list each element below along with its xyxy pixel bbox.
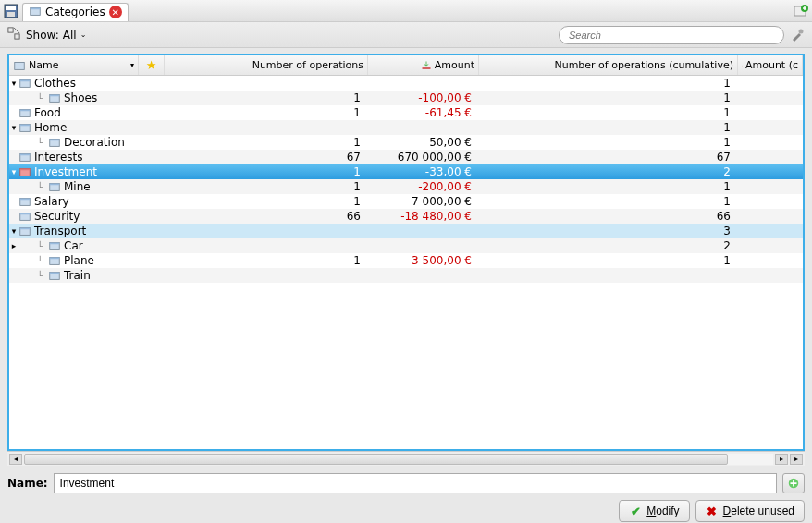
- svg-point-9: [799, 29, 804, 33]
- svg-rect-10: [15, 62, 25, 69]
- svg-rect-20: [20, 125, 31, 127]
- add-tab-icon[interactable]: [794, 4, 808, 18]
- category-name: Food: [34, 106, 61, 119]
- scroll-left-icon[interactable]: ◂: [9, 454, 22, 465]
- category-name: Train: [64, 269, 91, 282]
- wrench-icon[interactable]: [790, 28, 805, 43]
- table-row[interactable]: Interests67670 000,00 €67: [9, 150, 803, 164]
- star-icon: ★: [146, 58, 157, 72]
- chevron-down-icon: ▾: [130, 61, 134, 69]
- show-label-text: Show:: [26, 29, 59, 42]
- category-icon: [18, 106, 31, 119]
- scroll-thumb[interactable]: [24, 454, 728, 465]
- collapse-icon[interactable]: ▾: [9, 123, 18, 132]
- svg-rect-18: [20, 110, 31, 112]
- save-icon[interactable]: [4, 4, 18, 18]
- category-icon: [18, 210, 31, 223]
- svg-rect-7: [8, 28, 13, 32]
- svg-rect-38: [50, 258, 60, 260]
- delete-unused-button[interactable]: ✖ Delete unused: [695, 500, 805, 522]
- table-row[interactable]: Security66-18 480,00 €66: [9, 209, 803, 224]
- name-cell: └Shoes: [9, 91, 139, 104]
- svg-rect-14: [20, 80, 31, 82]
- column-header-operations-cumulative[interactable]: Number of operations (cumulative): [479, 55, 738, 75]
- chevron-down-icon: ⌄: [80, 30, 87, 39]
- category-icon: [48, 239, 61, 252]
- category-icon: [18, 121, 31, 134]
- tree-connector: └: [31, 256, 48, 266]
- table-row[interactable]: └Mine1-200,00 €1: [9, 179, 803, 194]
- operations-cumulative-cell: 1: [479, 106, 738, 119]
- table-row[interactable]: ▾Investment1-33,00 €2: [9, 164, 803, 179]
- collapse-icon[interactable]: ▾: [9, 226, 18, 236]
- category-name: Security: [34, 210, 80, 223]
- name-input[interactable]: [54, 473, 777, 493]
- tab-categories[interactable]: Categories ✕: [22, 3, 129, 21]
- expand-collapse-icon[interactable]: [7, 27, 20, 43]
- amount-cell: 7 000,00 €: [368, 195, 479, 208]
- name-cell: ▾Clothes: [9, 77, 139, 90]
- category-icon: [48, 180, 61, 193]
- svg-rect-30: [20, 199, 31, 201]
- column-header-name[interactable]: Name ▾: [9, 55, 139, 75]
- table-row[interactable]: └Shoes1-100,00 €1: [9, 91, 803, 105]
- operations-cell: 67: [165, 151, 368, 164]
- scroll-right-icon[interactable]: ▸: [775, 454, 788, 465]
- name-label: Name:: [7, 477, 48, 490]
- name-cell: ▾Transport: [9, 225, 139, 237]
- table-row[interactable]: └Train: [9, 268, 803, 283]
- category-name: Plane: [64, 254, 94, 267]
- category-icon: [48, 91, 61, 104]
- amount-cell: -3 500,00 €: [368, 254, 479, 267]
- expand-icon[interactable]: ▸: [9, 241, 18, 250]
- name-cell: Salary: [9, 195, 139, 208]
- table-header: Name ▾ ★ Number of operations Amount Num…: [9, 55, 803, 76]
- column-header-operations[interactable]: Number of operations: [165, 55, 368, 75]
- collapse-icon[interactable]: ▾: [9, 167, 18, 176]
- svg-rect-26: [20, 169, 31, 171]
- check-icon: ✔: [629, 505, 642, 517]
- show-value: All: [63, 29, 77, 42]
- category-icon: [18, 225, 31, 237]
- column-header-amount[interactable]: Amount: [368, 55, 479, 75]
- column-header-amount-cumulative[interactable]: Amount (c: [738, 55, 803, 75]
- table-row[interactable]: ▾Transport3: [9, 224, 803, 238]
- close-icon[interactable]: ✕: [109, 6, 122, 18]
- name-cell: └Train: [9, 269, 139, 282]
- operations-cumulative-cell: 1: [479, 121, 738, 134]
- category-icon: [18, 77, 31, 90]
- collapse-icon[interactable]: ▾: [9, 79, 18, 88]
- table-row[interactable]: ▾Home1: [9, 120, 803, 135]
- add-button[interactable]: [782, 473, 805, 493]
- table-row[interactable]: └Plane1-3 500,00 €1: [9, 253, 803, 268]
- main-toolbar: Categories ✕: [0, 0, 812, 22]
- column-header-bookmark[interactable]: ★: [139, 55, 165, 75]
- category-icon: [18, 165, 31, 178]
- tab-icon: [29, 5, 42, 20]
- table-row[interactable]: Food1-61,45 €1: [9, 105, 803, 120]
- table-row[interactable]: ▸└Car2: [9, 238, 803, 253]
- operations-cumulative-cell: 1: [479, 254, 738, 267]
- operations-cumulative-cell: 3: [479, 225, 738, 237]
- tree-body[interactable]: ▾Clothes1└Shoes1-100,00 €1Food1-61,45 €1…: [9, 76, 803, 449]
- category-icon: [48, 136, 61, 149]
- scroll-track[interactable]: [24, 454, 773, 465]
- modify-button[interactable]: ✔ Modify: [619, 500, 689, 522]
- category-name: Home: [34, 121, 67, 134]
- operations-cumulative-cell: 2: [479, 165, 738, 178]
- table-row[interactable]: ▾Clothes1: [9, 76, 803, 91]
- scroll-right-end-icon[interactable]: ▸: [790, 454, 803, 465]
- svg-rect-40: [50, 273, 60, 274]
- table-row[interactable]: └Decoration150,00 €1: [9, 135, 803, 150]
- show-filter[interactable]: Show: All ⌄: [26, 29, 86, 42]
- search-input[interactable]: [559, 26, 784, 44]
- category-name: Shoes: [64, 91, 97, 104]
- operations-cell: 1: [165, 165, 368, 178]
- amount-cell: -18 480,00 €: [368, 210, 479, 223]
- operations-cell: 1: [165, 195, 368, 208]
- operations-cell: 66: [165, 210, 368, 223]
- table-row[interactable]: Salary17 000,00 €1: [9, 194, 803, 209]
- name-cell: ▸└Car: [9, 239, 139, 252]
- operations-cumulative-cell: 1: [479, 77, 738, 90]
- horizontal-scrollbar[interactable]: ◂ ▸ ▸: [7, 451, 805, 466]
